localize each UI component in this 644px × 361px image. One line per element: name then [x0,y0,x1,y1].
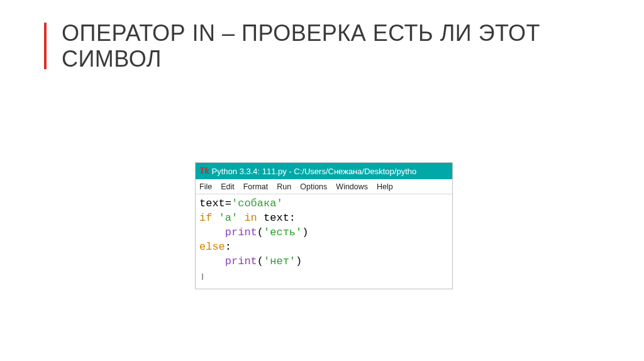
code-string: 'есть' [264,226,302,238]
code-builtin: print [225,255,257,267]
menu-help[interactable]: Help [377,182,393,191]
accent-bar [44,23,47,69]
cursor-indicator: | [199,274,204,280]
code-string: 'а' [219,212,238,224]
app-icon: Tk [199,166,209,176]
code-builtin: print [225,226,257,238]
code-string: 'нет' [264,255,296,267]
code-keyword: if [199,212,212,224]
code-text: text: [257,212,296,224]
window-titlebar: Tk Python 3.3.4: 111.py - C:/Users/Снежа… [196,163,452,179]
code-keyword: in [244,212,257,224]
window-title: Python 3.3.4: 111.py - C:/Users/Снежана/… [212,167,417,176]
slide-title-block: ОПЕРАТОР IN – ПРОВЕРКА ЕСТЬ ЛИ ЭТОТ СИМВ… [44,20,619,72]
editor-window: Tk Python 3.3.4: 111.py - C:/Users/Снежа… [195,162,453,289]
code-indent [199,226,225,238]
menu-file[interactable]: File [199,182,212,191]
menu-windows[interactable]: Windows [336,182,368,191]
code-string: 'собака' [231,197,283,209]
menu-options[interactable]: Options [300,182,327,191]
code-indent [199,255,225,267]
code-paren: ( [257,226,264,238]
menu-run[interactable]: Run [277,182,291,191]
menu-format[interactable]: Format [243,182,269,191]
code-editor[interactable]: text='собака' if 'а' in text: print('ест… [196,194,452,289]
menu-edit[interactable]: Edit [221,182,235,191]
code-paren: ) [296,255,302,267]
code-paren: ( [257,255,264,267]
code-keyword: else [199,241,225,253]
slide-heading: ОПЕРАТОР IN – ПРОВЕРКА ЕСТЬ ЛИ ЭТОТ СИМВ… [62,20,619,72]
code-paren: ) [302,226,308,238]
menubar: File Edit Format Run Options Windows Hel… [196,179,452,194]
code-text: text= [199,197,231,209]
code-colon: : [225,241,231,253]
